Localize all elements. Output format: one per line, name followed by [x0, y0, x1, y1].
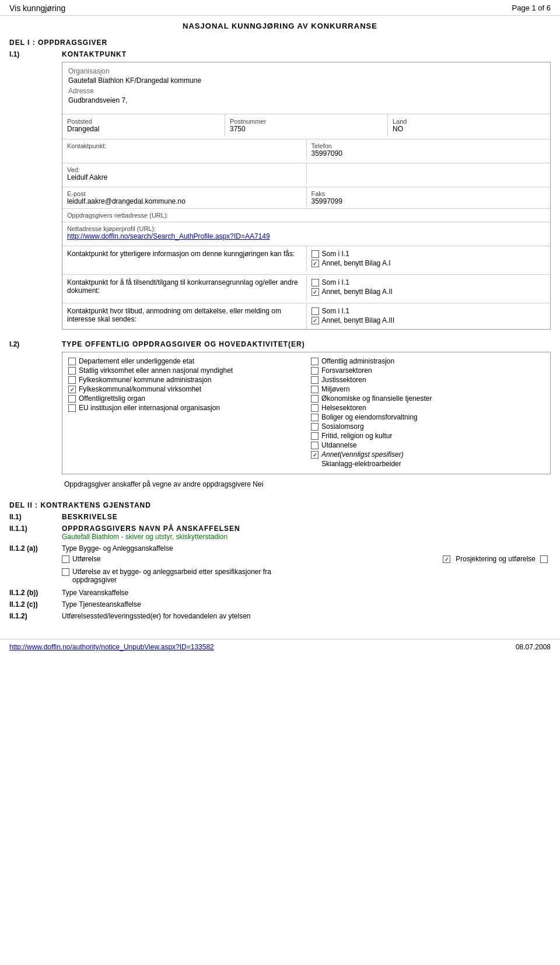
option-checkbox[interactable]: [68, 395, 76, 403]
right-option: Offentlig administrasjon: [311, 357, 544, 365]
page-title: Vis kunngjøring: [9, 4, 65, 13]
ii12a-row: II.1.2 (a)) Type Bygge- og Anleggsanskaf…: [9, 544, 551, 585]
option-checkbox[interactable]: [311, 423, 318, 431]
option-checkbox[interactable]: [311, 395, 318, 403]
ii1-content: BESKRIVELSE: [62, 513, 551, 521]
som-i1-b-label: Som i I.1: [322, 278, 349, 286]
annet-ai-checkbox[interactable]: [312, 260, 319, 267]
i2-label: I.2): [9, 340, 62, 348]
nettadresse-label: Nettadresse kjøperprofil (URL):: [67, 225, 545, 232]
option-checkbox[interactable]: [68, 386, 76, 393]
option-checkbox[interactable]: [68, 367, 76, 375]
check-annet-aii: Annet, benytt Bilag A.II: [312, 288, 546, 296]
check-som-i1-c: Som i I.1: [312, 307, 546, 315]
option-checkbox[interactable]: [311, 386, 318, 393]
contact-ytterligere-row: Kontaktpunkt for ytterligere informasjon…: [62, 246, 550, 272]
ii12c-content: Type Tjenesteanskaffelse: [62, 600, 551, 609]
check-annet-ai: Annet, benytt Bilag A.I: [312, 259, 546, 267]
ii12-row: II.1.2) Utførelsessted/leveringssted(er)…: [9, 612, 551, 620]
option-label: Utdannelse: [321, 441, 357, 449]
footer-url[interactable]: http://www.doffin.no/authority/notice_Un…: [9, 643, 214, 651]
option-checkbox[interactable]: [68, 376, 76, 384]
i1-label: I.1): [9, 50, 62, 58]
right-option: Helsesektoren: [311, 404, 544, 412]
i1-content: KONTAKTPUNKT Organisasjon Gautefall Biat…: [62, 50, 551, 335]
som-i1-checkbox[interactable]: [312, 250, 319, 258]
right-option: Fritid, religion og kultur: [311, 432, 544, 440]
som-i1-b-checkbox[interactable]: [312, 279, 319, 286]
telefon-label: Telefon: [312, 142, 546, 149]
prosjektering-extra-checkbox[interactable]: [540, 555, 548, 563]
type-left-col: Departement eller underliggende etatStat…: [68, 357, 311, 469]
i1-row: I.1) KONTAKTPUNKT Organisasjon Gautefall…: [9, 50, 551, 335]
option-checkbox[interactable]: [311, 358, 318, 365]
epost-col: E-post leidulf.aakre@drangedal.kommune.n…: [62, 187, 307, 208]
page-number: Page 1 of 6: [512, 4, 551, 12]
postnummer-col: Postnummer 3750: [225, 114, 388, 137]
right-option: Sosialomsorg: [311, 422, 544, 431]
land-label: Land: [393, 118, 545, 125]
i1-title: KONTAKTPUNKT: [62, 50, 551, 58]
prosjektering-checkbox[interactable]: [443, 555, 450, 563]
option-label: Miljøvern: [321, 385, 350, 393]
option-checkbox[interactable]: [311, 451, 318, 459]
post-row: Poststed Drangedal Postnummer 3750 Land …: [62, 114, 550, 137]
ii1-row: II.1) BESKRIVELSE: [9, 513, 551, 521]
ii11-value: Gautefall Biathlom - skiver og utstyr, s…: [62, 533, 551, 541]
ii12b-label: II.1.2 (b)): [9, 589, 62, 597]
ii12a-title: Type Bygge- og Anleggsanskaffelse: [62, 544, 551, 553]
left-option: Departement eller underliggende etat: [68, 357, 302, 365]
i2-content: TYPE OFFENTLIG OPPDRAGSGIVER OG HOVEDAKT…: [62, 340, 551, 493]
epost-faks-row: E-post leidulf.aakre@drangedal.kommune.n…: [62, 187, 550, 208]
option-checkbox[interactable]: [68, 404, 76, 412]
faks-value: 35997099: [312, 197, 342, 205]
ii1-title: BESKRIVELSE: [62, 513, 118, 521]
option-checkbox[interactable]: [311, 432, 318, 440]
type-right-col: Offentlig administrasjonForsvarsektorenJ…: [311, 357, 544, 469]
contact-ytterligere-checks: Som i I.1 Annet, benytt Bilag A.I: [307, 246, 551, 272]
annet-aii-checkbox[interactable]: [312, 288, 319, 296]
ii12-label: II.1.2): [9, 612, 62, 620]
option-checkbox[interactable]: [311, 442, 318, 449]
som-i1-c-checkbox[interactable]: [312, 307, 319, 315]
address-label: Adresse: [68, 87, 544, 95]
poststed-value: Drangedal: [67, 125, 99, 133]
right-option: Boliger og eiendomsforvaltning: [311, 413, 544, 421]
check-annet-aiii: Annet, benytt Bilag A.III: [312, 316, 546, 324]
right-option: Justissektoren: [311, 376, 544, 384]
poststed-label: Poststed: [67, 118, 220, 125]
poststed-col: Poststed Drangedal: [62, 114, 225, 137]
annet-aiii-checkbox[interactable]: [312, 317, 319, 324]
utforelse-label: Utførelse: [72, 555, 101, 563]
som-i1-c-label: Som i I.1: [322, 307, 349, 315]
ved-col: Ved: Leidulf Aakre: [62, 163, 307, 184]
ii11-content: OPPDRAGSGIVERS NAVN PÅ ANSKAFFELSEN Gaut…: [62, 525, 551, 541]
telefon-col: Telefon 35997090: [307, 139, 551, 160]
bygg-type-row: Utførelse Utførelse av et bygge- og anle…: [62, 555, 551, 585]
contact-tilbud-label: Kontaktpunkt hvor tilbud, anmodning om d…: [62, 303, 307, 329]
postnummer-label: Postnummer: [230, 118, 383, 125]
del2-header: DEL II : KONTRAKTENS GJENSTAND: [9, 501, 551, 509]
utforelse-sub-row: Utførelse av et bygge- og anleggsarbeid …: [62, 568, 302, 584]
option-checkbox[interactable]: [311, 376, 318, 384]
right-option: Skianlagg-elektroarbeider: [311, 460, 544, 468]
option-checkbox[interactable]: [311, 367, 318, 375]
i2-title: TYPE OFFENTLIG OPPDRAGSGIVER OG HOVEDAKT…: [62, 340, 551, 348]
bygg-right: Prosjektering og utførelse: [311, 555, 551, 563]
contact-tilsendt-row: Kontaktpunkt for å få tilsendt/tilgang t…: [62, 274, 550, 300]
som-i1-label: Som i I.1: [322, 250, 349, 258]
type-inner: Departement eller underliggende etatStat…: [62, 352, 550, 474]
nettadresse-link[interactable]: http://www.doffin.no/search/Search_AuthP…: [67, 232, 270, 240]
utforelse-sub-checkbox[interactable]: [62, 568, 69, 576]
option-checkbox[interactable]: [68, 358, 76, 365]
option-checkbox[interactable]: [311, 404, 318, 412]
i2-row: I.2) TYPE OFFENTLIG OPPDRAGSGIVER OG HOV…: [9, 340, 551, 493]
utforelse-sub-check: Utførelse av et bygge- og anleggsarbeid …: [62, 568, 302, 584]
option-checkbox[interactable]: [311, 414, 318, 421]
left-option: Fylkeskommune/ kommune administrasjon: [68, 376, 302, 384]
del1-header: DEL I : OPPDRAGSGIVER: [9, 39, 551, 47]
annet-aiii-label: Annet, benytt Bilag A.III: [322, 316, 395, 324]
empty-col: [307, 163, 551, 184]
option-label: Skianlagg-elektroarbeider: [321, 460, 401, 468]
utforelse-checkbox[interactable]: [62, 555, 69, 563]
